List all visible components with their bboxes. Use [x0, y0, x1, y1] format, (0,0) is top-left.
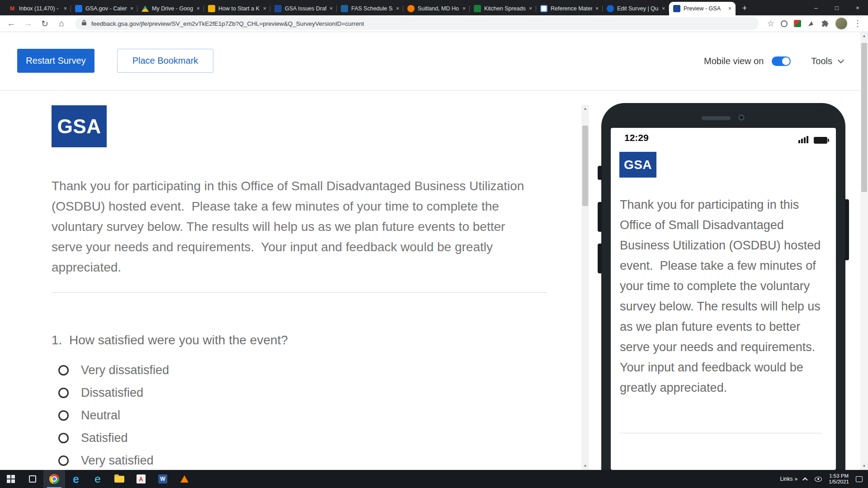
radio-very-satisfied[interactable]	[58, 455, 69, 466]
task-view-button[interactable]	[22, 470, 43, 488]
taskbar-vlc-button[interactable]	[174, 470, 195, 488]
eye-icon[interactable]	[815, 477, 822, 482]
browser-tab-gsa-issues[interactable]: GSA Issues Draft ×	[270, 2, 337, 15]
close-window-button[interactable]: ×	[847, 0, 868, 15]
scroll-down-icon[interactable]: ▼	[581, 462, 589, 470]
browser-tab-howto[interactable]: How to Start a K ×	[204, 2, 270, 15]
home-icon[interactable]: ⌂	[57, 19, 66, 28]
lock-icon	[81, 19, 87, 28]
tab-close-icon[interactable]: ×	[728, 5, 731, 12]
profile-avatar[interactable]	[835, 18, 847, 29]
taskbar-chrome-button[interactable]	[43, 470, 65, 488]
phone-speaker	[702, 116, 731, 120]
survey-preview-content: GSA Thank you for participating in this …	[0, 91, 868, 470]
minimize-button[interactable]: –	[806, 0, 826, 15]
scroll-down-icon[interactable]: ▼	[860, 462, 868, 470]
toggle-knob	[782, 57, 790, 65]
question-1-options: Very dissatisfied Dissatisfied Neutral S…	[58, 363, 169, 468]
browser-menu-kebab-icon[interactable]: ⋮	[854, 19, 862, 28]
tab-title: GSA Issues Draft	[285, 5, 326, 12]
scroll-up-icon[interactable]: ▲	[581, 105, 589, 113]
edge-icon: e	[73, 474, 79, 485]
option-label: Neutral	[81, 408, 120, 422]
taskbar-edge-button[interactable]: e	[65, 470, 87, 488]
url-text: feedback.gsa.gov/jfe/preview/SV_em2vTkE2…	[91, 20, 364, 27]
tab-close-icon[interactable]: ×	[197, 5, 200, 12]
links-toolbar[interactable]: Links »	[780, 476, 798, 482]
browser-tab-spreadsheet[interactable]: Kitchen Spreads ×	[470, 2, 536, 15]
radio-neutral[interactable]	[58, 410, 69, 421]
tab-title: Reference Mater	[551, 5, 592, 12]
tab-title: Kitchen Spreads	[484, 5, 526, 12]
taskbar-file-explorer-button[interactable]	[108, 470, 130, 488]
divider	[52, 292, 547, 293]
tab-close-icon[interactable]: ×	[330, 5, 333, 12]
extension-color-icon[interactable]	[794, 20, 801, 27]
tab-close-icon[interactable]: ×	[396, 5, 399, 12]
tab-close-icon[interactable]: ×	[263, 5, 266, 12]
gsa-favicon	[274, 5, 282, 12]
taskbar-ie-button[interactable]: e	[87, 470, 108, 488]
browser-tab-weather[interactable]: Suitland, MD Ho ×	[403, 2, 470, 15]
radio-very-dissatisfied[interactable]	[58, 365, 69, 375]
vlc-icon	[180, 475, 189, 483]
option-label: Very dissatisfied	[81, 363, 169, 377]
browser-tab-edit-survey[interactable]: Edit Survey | Qua ×	[603, 2, 669, 15]
extension-pin-icon[interactable]	[807, 20, 815, 27]
page-scrollbar[interactable]: ▲ ▼	[860, 32, 868, 470]
tab-title: FAS Schedule Sa	[351, 5, 393, 12]
tools-label[interactable]: Tools	[811, 56, 832, 66]
new-tab-button[interactable]: +	[738, 2, 751, 14]
scrollbar-thumb[interactable]	[582, 126, 588, 206]
tab-close-icon[interactable]: ×	[529, 5, 532, 12]
tab-title: GSA.gov - Calen	[85, 5, 127, 12]
extension-circle-icon[interactable]	[781, 20, 788, 27]
chevron-down-icon[interactable]	[838, 57, 844, 63]
phone-power-button	[598, 166, 602, 180]
tab-close-icon[interactable]: ×	[64, 5, 67, 12]
browser-tab-reference[interactable]: Reference Mater ×	[536, 2, 603, 15]
hidden-icons-chevron[interactable]	[802, 477, 807, 482]
mobile-view-toggle[interactable]	[772, 56, 791, 66]
maximize-button[interactable]: □	[826, 0, 847, 15]
radio-dissatisfied[interactable]	[58, 388, 69, 398]
tab-close-icon[interactable]: ×	[595, 5, 599, 12]
tab-close-icon[interactable]: ×	[662, 5, 665, 12]
taskbar-acrobat-button[interactable]: A	[130, 470, 152, 488]
extensions-puzzle-icon[interactable]	[821, 19, 829, 28]
phone-camera	[738, 114, 745, 121]
browser-tab-drive[interactable]: My Drive - Goog ×	[137, 2, 204, 15]
scrollbar-thumb[interactable]	[861, 43, 867, 192]
browser-tab-fas[interactable]: FAS Schedule Sa ×	[337, 2, 403, 15]
survey-intro-text: Thank you for participating in this Offi…	[52, 176, 538, 277]
qualtrics-favicon	[607, 5, 614, 12]
back-icon[interactable]: ←	[6, 19, 16, 28]
taskbar-clock[interactable]: 1:53 PM 1/5/2021	[829, 473, 849, 485]
survey-scrollbar[interactable]: ▲ ▼	[581, 105, 589, 470]
action-center-icon[interactable]	[856, 476, 863, 482]
browser-tab-calendar[interactable]: GSA.gov - Calen ×	[71, 2, 137, 15]
tab-title: My Drive - Goog	[152, 5, 193, 12]
calendar-favicon	[75, 5, 82, 12]
scroll-up-icon[interactable]: ▲	[860, 32, 868, 40]
forward-icon[interactable]: →	[23, 19, 33, 28]
bookmark-star-icon[interactable]: ☆	[767, 19, 774, 28]
browser-tab-inbox[interactable]: M Inbox (11,470) - ×	[5, 2, 71, 15]
start-button[interactable]	[0, 470, 22, 488]
option-row: Dissatisfied	[58, 386, 169, 400]
fas-favicon	[341, 5, 348, 12]
url-bar[interactable]: feedback.gsa.gov/jfe/preview/SV_em2vTkE2…	[75, 17, 759, 30]
browser-tab-preview-active[interactable]: Preview - GSA ×	[669, 2, 736, 15]
taskbar-word-button[interactable]: W	[152, 470, 174, 488]
taskbar-date: 1/5/2021	[829, 479, 849, 485]
restart-survey-button[interactable]: Restart Survey	[17, 49, 94, 73]
refresh-icon[interactable]: ↻	[40, 19, 50, 29]
place-bookmark-button[interactable]: Place Bookmark	[117, 49, 213, 73]
chrome-icon	[49, 474, 59, 484]
tab-close-icon[interactable]: ×	[462, 5, 466, 12]
radio-satisfied[interactable]	[58, 433, 69, 443]
links-expand-icon: »	[795, 476, 798, 482]
gsa-logo-mobile: GSA	[619, 152, 656, 178]
tab-close-icon[interactable]: ×	[130, 5, 133, 12]
browser-tab-bar: M Inbox (11,470) - × GSA.gov - Calen × M…	[0, 0, 868, 15]
